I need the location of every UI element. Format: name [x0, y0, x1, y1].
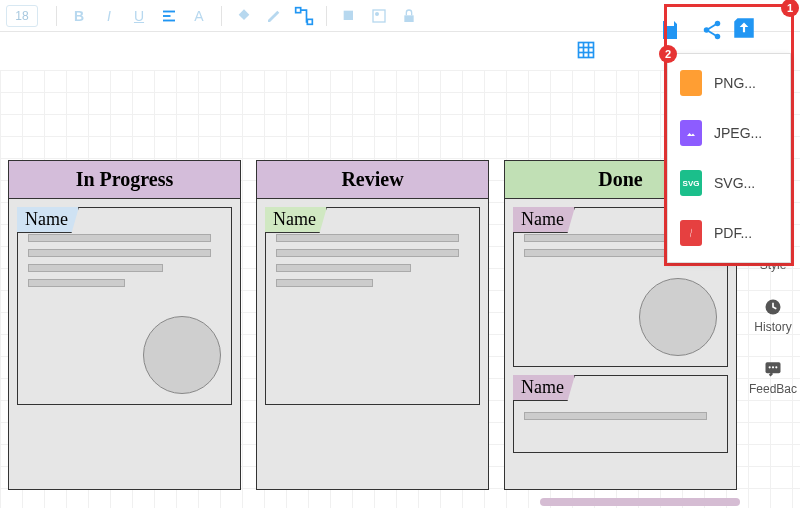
shadow-icon: [341, 8, 357, 24]
export-item-pdf[interactable]: PDF...: [668, 208, 790, 258]
board-header[interactable]: In Progress: [9, 161, 240, 199]
svg-rect-4: [307, 19, 312, 24]
svg-point-22: [772, 366, 774, 368]
pencil-icon: [266, 8, 282, 24]
table-button[interactable]: [576, 40, 600, 64]
annotation-badge-2: 2: [659, 45, 677, 63]
export-button[interactable]: [729, 15, 759, 45]
sidebar-item-feedback[interactable]: FeedBac: [749, 358, 797, 396]
svg-rect-8: [404, 15, 413, 22]
bold-button[interactable]: B: [67, 4, 91, 28]
lock-icon: [401, 8, 417, 24]
board-in-progress[interactable]: In Progress Name: [8, 160, 241, 490]
export-item-label: PNG...: [714, 75, 756, 91]
pencil-button[interactable]: [262, 4, 286, 28]
font-color-button[interactable]: A: [187, 4, 211, 28]
card-tab[interactable]: Name: [265, 207, 327, 233]
image-icon: [371, 8, 387, 24]
grid-icon: [576, 40, 596, 60]
sidebar-item-label: History: [754, 320, 791, 334]
text-placeholder: [28, 264, 163, 272]
shadow-button[interactable]: [337, 4, 361, 28]
svg-rect-14: [579, 43, 594, 58]
export-item-label: PDF...: [714, 225, 752, 241]
italic-button[interactable]: I: [97, 4, 121, 28]
board-review[interactable]: Review Name: [256, 160, 489, 490]
horizontal-scrollbar-thumb[interactable]: [540, 498, 740, 506]
export-header: [667, 7, 791, 53]
card-tab[interactable]: Name: [17, 207, 79, 233]
svg-rect-6: [373, 10, 385, 22]
history-icon: [762, 296, 784, 318]
card[interactable]: Name: [513, 375, 728, 453]
text-placeholder: [28, 234, 211, 242]
board-header[interactable]: Review: [257, 161, 488, 199]
text-placeholder: [28, 249, 211, 257]
export-item-label: SVG...: [714, 175, 755, 191]
card[interactable]: Name: [265, 207, 480, 405]
text-placeholder: [276, 279, 373, 287]
align-icon: [160, 7, 178, 25]
right-sidebar: Style History FeedBac: [746, 258, 800, 396]
export-item-svg[interactable]: SVG SVG...: [668, 158, 790, 208]
card-tab[interactable]: Name: [513, 207, 575, 233]
sidebar-item-history[interactable]: History: [754, 296, 791, 334]
underline-button[interactable]: U: [127, 4, 151, 28]
toolbar-divider: [56, 6, 57, 26]
text-placeholder: [28, 279, 125, 287]
export-item-jpeg[interactable]: JPEG...: [668, 108, 790, 158]
toolbar-divider: [221, 6, 222, 26]
align-button[interactable]: [157, 4, 181, 28]
export-item-png[interactable]: PNG...: [668, 58, 790, 108]
avatar-placeholder: [639, 278, 717, 356]
image-button[interactable]: [367, 4, 391, 28]
svg-file-icon: SVG: [680, 170, 702, 196]
font-size-input[interactable]: 18: [6, 5, 38, 27]
sidebar-item-label: FeedBac: [749, 382, 797, 396]
fill-button[interactable]: [232, 4, 256, 28]
export-callout: 1 2 PNG... JPEG... SVG SVG... PDF...: [664, 4, 794, 266]
text-placeholder: [524, 412, 707, 420]
svg-rect-5: [344, 10, 353, 19]
export-item-label: JPEG...: [714, 125, 762, 141]
svg-point-7: [376, 12, 379, 15]
avatar-placeholder: [143, 316, 221, 394]
svg-point-23: [775, 366, 777, 368]
jpeg-file-icon: [680, 120, 702, 146]
connector-icon: [294, 6, 314, 26]
export-icon: [729, 15, 759, 41]
toolbar-divider: [326, 6, 327, 26]
card-tab[interactable]: Name: [513, 375, 575, 401]
card[interactable]: Name: [17, 207, 232, 405]
fill-icon: [236, 8, 252, 24]
connector-button[interactable]: [292, 4, 316, 28]
export-menu: 2 PNG... JPEG... SVG SVG... PDF...: [667, 53, 791, 263]
text-placeholder: [276, 249, 459, 257]
lock-button[interactable]: [397, 4, 421, 28]
png-file-icon: [680, 70, 702, 96]
svg-point-21: [769, 366, 771, 368]
text-placeholder: [276, 264, 411, 272]
svg-rect-3: [296, 7, 301, 12]
table-toolbar: [576, 40, 600, 64]
text-placeholder: [276, 234, 459, 242]
pdf-file-icon: [680, 220, 702, 246]
feedback-icon: [762, 358, 784, 380]
